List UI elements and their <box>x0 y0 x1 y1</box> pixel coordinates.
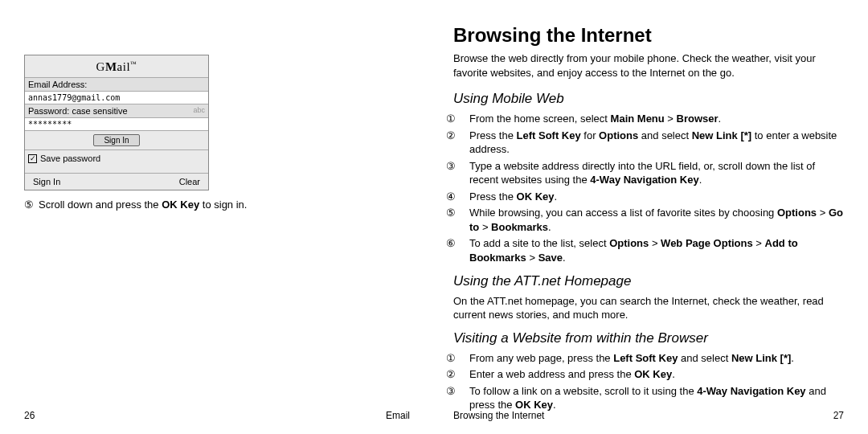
footer-left: 26 Email <box>24 410 410 421</box>
steps-mobile-web: ①From the home screen, select Main Menu … <box>453 112 844 264</box>
email-label: Email Address: <box>25 78 208 92</box>
caption-step-5: ⑤Scroll down and press the OK Key to sig… <box>24 199 415 211</box>
section-title: Browsing the Internet <box>453 24 844 47</box>
phone-screenshot: GMail™ Email Address: annas1779@gmail.co… <box>24 55 209 190</box>
footer-right: Browsing the Internet 27 <box>453 410 844 421</box>
save-password-label: Save password <box>40 154 100 163</box>
list-item: ①From any web page, press the Left Soft … <box>453 351 844 366</box>
softkey-right[interactable]: Clear <box>179 177 200 186</box>
steps-visiting: ①From any web page, press the Left Soft … <box>453 351 844 412</box>
password-field[interactable]: ********* <box>25 118 208 131</box>
signin-row: Sign In <box>25 131 208 150</box>
page-right: Browsing the Internet Browse the web dir… <box>434 0 868 434</box>
page-number-right: 27 <box>833 410 844 421</box>
password-label: Password: case sensitive abc <box>25 104 208 118</box>
attnet-paragraph: On the ATT.net homepage, you can search … <box>453 294 844 322</box>
list-item: ①From the home screen, select Main Menu … <box>453 112 844 126</box>
email-field[interactable]: annas1779@gmail.com <box>25 92 208 104</box>
subheading-mobile-web: Using Mobile Web <box>453 91 844 107</box>
list-item: ③Type a website address directly into th… <box>453 159 844 187</box>
list-item: ③To follow a link on a website, scroll t… <box>453 384 844 412</box>
page-number-left: 26 <box>24 410 35 421</box>
softkey-left[interactable]: Sign In <box>33 177 60 186</box>
checkbox-icon[interactable]: ✓ <box>28 154 37 163</box>
subheading-attnet: Using the ATT.net Homepage <box>453 273 844 289</box>
list-item: ②Press the Left Soft Key for Options and… <box>453 129 844 157</box>
footer-section-right: Browsing the Internet <box>453 410 544 421</box>
softkey-bar: Sign In Clear <box>25 173 208 190</box>
intro-paragraph: Browse the web directly from your mobile… <box>453 51 844 80</box>
step-number-5: ⑤ <box>24 199 34 211</box>
list-item: ⑤While browsing, you can access a list o… <box>453 206 844 234</box>
list-item: ④Press the OK Key. <box>453 190 844 204</box>
save-password-row[interactable]: ✓ Save password <box>25 150 208 173</box>
subheading-visiting: Visiting a Website from within the Brows… <box>453 330 844 346</box>
page-left: GMail™ Email Address: annas1779@gmail.co… <box>0 0 434 434</box>
list-item: ②Enter a web address and press the OK Ke… <box>453 367 844 382</box>
phone-brand: GMail™ <box>25 55 208 78</box>
footer-section-left: Email <box>386 410 410 421</box>
signin-button[interactable]: Sign In <box>93 134 139 146</box>
list-item: ⑥To add a site to the list, select Optio… <box>453 236 844 264</box>
page-spread: GMail™ Email Address: annas1779@gmail.co… <box>0 0 868 434</box>
